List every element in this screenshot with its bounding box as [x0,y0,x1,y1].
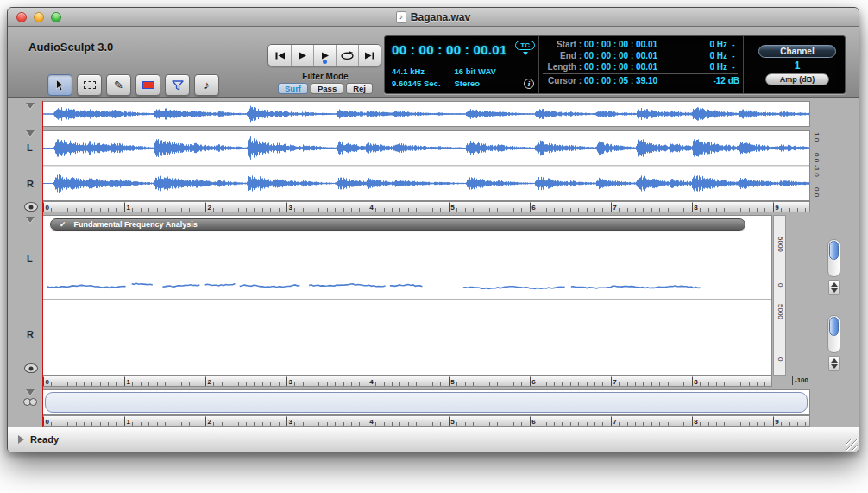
filter-mode-label: Filter Mode [269,72,381,81]
tool-palette: ✎ ♪ [47,74,219,96]
window-controls [16,12,61,22]
checkmark-icon: ✓ [60,220,66,229]
transport-controls [267,44,381,66]
ruler2-gutter [8,376,42,387]
overview-wave-panel[interactable] [42,101,810,127]
time-ruler-overview[interactable]: 0123456789 [42,415,810,427]
scroll-thumb-left[interactable] [829,241,839,260]
lcd-field-row-start: Start :00 : 00 : 00 : 00.010 Hz- [543,39,739,50]
info-button[interactable]: i [524,79,534,89]
left-channel-label: L [27,142,33,153]
svg-text:3: 3 [288,378,292,386]
collapse-wave-triangle[interactable] [26,130,35,136]
field-label: Start : [543,39,584,50]
amp-scale-label-0: 1.0 [813,132,821,142]
sample-rate-value: 44.1 kHz [392,66,441,76]
collapse-analysis-triangle[interactable] [26,217,35,223]
lcd-field-row-end: End :00 : 00 : 00 : 00.010 Hz- [543,50,739,61]
status-disclosure-triangle[interactable] [18,435,24,444]
pointer-icon [55,79,65,92]
ruler1-gutter [8,201,42,212]
lcd-field-rows: Start :00 : 00 : 00 : 00.010 Hz-End :00 … [543,39,739,73]
stereo-wave-panel[interactable] [42,130,810,201]
svg-text:6: 6 [531,378,536,386]
time-ruler-waves[interactable]: 0123456789 [42,201,810,212]
wave-gutter: L R [8,130,42,201]
cursor-row: Cursor : 00 : 00 : 05 : 39.10 -12 dB [543,75,739,86]
filter-mode-surf-button[interactable]: Surf [278,83,308,94]
filter-mode-pass-button[interactable]: Pass [311,83,343,94]
field-extra: - [727,50,739,61]
marquee-tool-button[interactable] [77,74,102,96]
play-position-dot [323,60,327,64]
scroll-up-button-right[interactable] [831,358,838,363]
scroll-track-left[interactable] [827,239,840,277]
svg-text:7: 7 [613,204,617,212]
cursor-time: 00 : 00 : 05 : 39.10 [584,75,689,86]
pencil-tool-button[interactable]: ✎ [106,74,131,96]
collapse-overview-triangle[interactable] [26,103,35,109]
filter-mode-rej-button[interactable]: Rej [346,83,373,94]
timecode-display: 00 : 00 : 00 : 00.01 [392,42,507,57]
zoom-button[interactable] [51,12,61,22]
channel-button[interactable]: Channel [758,45,836,58]
scroll-up-button-left[interactable] [831,282,838,287]
marquee-icon [84,81,96,89]
skip-forward-button[interactable] [358,45,381,66]
svg-text:5: 5 [450,204,455,212]
scroll-track-right[interactable] [827,315,840,353]
analysis-header[interactable]: ✓ Fundamental Frequency Analysis [50,218,745,231]
scroll-arrows-left [828,280,840,295]
scroll-down-button-left[interactable] [831,288,838,293]
analysis-left-label: L [27,253,33,263]
analysis-visibility-button[interactable] [24,363,38,373]
tc-button[interactable]: TC [515,41,535,50]
close-button[interactable] [16,12,27,22]
svg-text:8: 8 [694,418,698,426]
field-extra: - [727,61,739,73]
analysis-panel[interactable]: ✓ Fundamental Frequency Analysis [42,215,772,376]
amp-db-button[interactable]: Amp (dB) [765,73,829,85]
zoom-rect-tool-button[interactable] [135,74,160,96]
scroll-thumb-right[interactable] [829,317,839,336]
selection-region[interactable] [45,392,808,413]
time-ruler-analysis[interactable]: 012345678 [42,376,772,387]
svg-text:0: 0 [46,204,50,212]
ruler3-gutter [8,415,42,427]
link-channels-icon[interactable] [23,398,37,406]
lcd-time-section: 00 : 00 : 00 : 00.01 TC 44.1 kHz 9.60145… [385,36,538,93]
svg-text:0: 0 [46,418,50,426]
loop-icon [340,51,355,60]
analysis-scrollbars [827,215,841,376]
loop-button[interactable] [336,45,358,66]
title-bar[interactable]: ♪ Bagana.wav [8,8,859,27]
lcd-fields-section: Start :00 : 00 : 00 : 00.010 Hz-End :00 … [538,36,743,93]
play-selection-button[interactable] [313,45,336,66]
svg-text:1: 1 [126,378,130,386]
svg-text:2: 2 [207,378,211,386]
svg-text:9: 9 [775,418,779,426]
note-tool-button[interactable]: ♪ [194,74,219,96]
svg-text:4: 4 [369,418,374,426]
minimize-button[interactable] [34,12,44,22]
playhead-cursor [42,101,43,427]
scroll-down-button-right[interactable] [831,364,838,369]
resize-grip[interactable] [846,439,858,451]
waveform-visibility-button[interactable] [24,202,38,212]
toolbar: AudioSculpt 3.0 ✎ ♪ [8,27,859,98]
channel-value: 1 [795,60,801,71]
selection-overview-panel[interactable] [42,389,810,415]
play-button[interactable] [291,45,313,66]
status-text: Ready [30,434,59,445]
collapse-strip-triangle[interactable] [26,389,35,395]
cursor-level: -12 dB [689,75,739,86]
right-channel-label: R [27,179,34,189]
field-extra: - [727,39,739,50]
lcd-divider [543,73,738,74]
filter-tool-button[interactable] [165,74,190,96]
db-scale-label: -100 [792,376,808,385]
lcd-field-row-length: Length :00 : 00 : 00 : 00.010 Hz- [543,61,739,73]
skip-back-button[interactable] [268,45,291,66]
tc-dropdown-arrow[interactable] [523,52,528,55]
pointer-tool-button[interactable] [47,74,72,96]
